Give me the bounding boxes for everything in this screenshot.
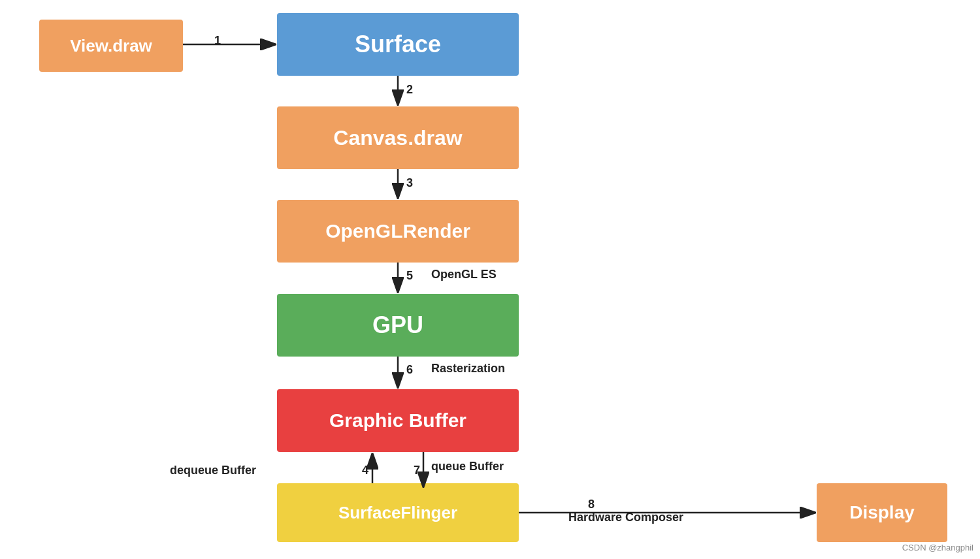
gpu-label: GPU: [372, 311, 423, 339]
display-label: Display: [849, 502, 915, 523]
canvas-draw-box: Canvas.draw: [277, 106, 519, 169]
gpu-box: GPU: [277, 294, 519, 357]
diagram: View.draw Surface Canvas.draw OpenGLRend…: [0, 0, 980, 559]
arrow8-label: 8: [588, 498, 595, 511]
arrow6-label: 6: [406, 363, 413, 377]
opengl-render-box: OpenGLRender: [277, 200, 519, 263]
arrow5-label: 5: [406, 269, 413, 283]
arrow2-label: 2: [406, 83, 413, 97]
display-box: Display: [817, 483, 947, 542]
view-draw-box: View.draw: [39, 20, 183, 72]
arrow1-label: 1: [214, 34, 221, 48]
surface-flinger-box: SurfaceFlinger: [277, 483, 519, 542]
dequeue-buffer-label: dequeue Buffer: [170, 464, 256, 477]
arrow6-text-label: Rasterization: [431, 362, 505, 375]
surface-flinger-label: SurfaceFlinger: [338, 503, 457, 523]
graphic-buffer-box: Graphic Buffer: [277, 389, 519, 452]
arrow5-text-label: OpenGL ES: [431, 268, 497, 281]
arrow3-label: 3: [406, 176, 413, 190]
graphic-buffer-label: Graphic Buffer: [329, 409, 466, 432]
arrow7-label: 7: [414, 464, 420, 477]
arrow7-text-label: queue Buffer: [431, 460, 504, 473]
arrow8-text-label: Hardware Composer: [568, 511, 683, 524]
surface-box: Surface: [277, 13, 519, 76]
watermark: CSDN @zhangphil: [902, 543, 973, 552]
canvas-draw-label: Canvas.draw: [333, 126, 462, 150]
arrow4-label: 4: [362, 464, 368, 477]
surface-label: Surface: [355, 31, 441, 58]
view-draw-label: View.draw: [70, 36, 152, 56]
opengl-render-label: OpenGLRender: [325, 220, 470, 242]
